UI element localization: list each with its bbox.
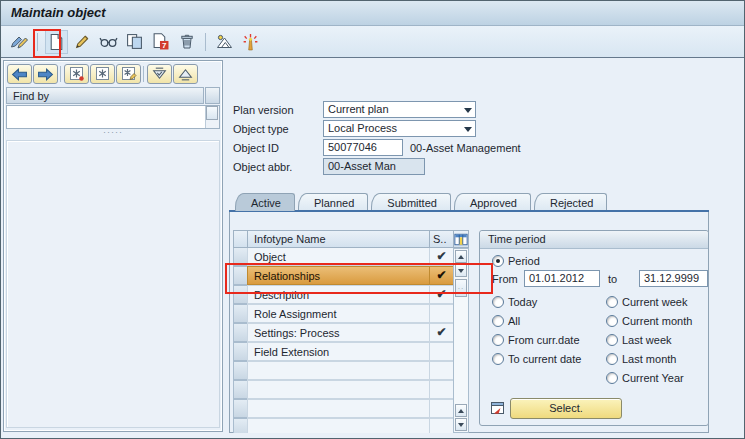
scroll-down-button[interactable] [147, 64, 172, 84]
table-row-settings-process[interactable]: Settings: Process✔ [233, 324, 454, 343]
object-type-dropdown[interactable]: Local Process [323, 120, 476, 137]
infotype-name-cell[interactable] [247, 418, 430, 433]
table-row-field-extension[interactable]: Field Extension [233, 343, 454, 362]
table-settings-button[interactable] [453, 230, 469, 248]
scroll-down-button[interactable] [455, 264, 467, 277]
find-by-header[interactable]: Find by [6, 87, 204, 104]
row-selector[interactable] [233, 248, 248, 266]
row-selector[interactable] [233, 380, 248, 399]
radio-all[interactable]: All [492, 314, 581, 327]
table-row-relationships[interactable]: Relationships✔ [233, 267, 454, 286]
infotype-name-cell[interactable]: Settings: Process [247, 323, 430, 342]
plan-version-dropdown[interactable]: Current plan [323, 101, 476, 118]
change-button[interactable] [71, 30, 94, 54]
row-selector[interactable] [233, 342, 248, 361]
radio-button[interactable] [606, 353, 618, 365]
create-button[interactable] [45, 30, 68, 54]
radio-to-current-date[interactable]: To current date [492, 352, 581, 365]
find-by-scroll-thumb[interactable] [206, 106, 218, 120]
selection-list-area [6, 140, 220, 428]
row-selector[interactable] [233, 304, 248, 323]
other-object-button[interactable] [7, 30, 30, 54]
overview-button[interactable] [213, 30, 236, 54]
infotype-name-cell[interactable]: Object [247, 248, 430, 266]
radio-today[interactable]: Today [492, 295, 581, 308]
object-id-label: Object ID [233, 142, 279, 154]
table-row-empty[interactable] [233, 419, 454, 433]
tab-planned[interactable]: Planned [298, 193, 368, 211]
row-selector[interactable] [233, 266, 248, 285]
tab-active[interactable]: Active [235, 193, 295, 211]
infotype-name-cell[interactable]: Field Extension [247, 342, 430, 361]
radio-last-month[interactable]: Last month [606, 352, 692, 365]
radio-button[interactable] [606, 334, 618, 346]
status-cell [429, 304, 454, 323]
radio-button[interactable] [492, 315, 504, 327]
scroll-up-button[interactable] [173, 64, 198, 84]
table-row-empty[interactable] [233, 381, 454, 400]
delete-button[interactable] [175, 30, 198, 54]
radio-current-week[interactable]: Current week [606, 295, 692, 308]
object-abbr-input[interactable]: 00-Asset Man [323, 158, 425, 175]
scroll-page-up-button[interactable] [455, 404, 467, 417]
table-row-role-assignment[interactable]: Role Assignment [233, 305, 454, 324]
copy-button[interactable] [123, 30, 146, 54]
infotype-name-cell[interactable]: Relationships [247, 266, 430, 285]
row-selector[interactable] [233, 285, 248, 304]
table-row-description[interactable]: Description✔ [233, 286, 454, 305]
create-search-button[interactable] [64, 64, 89, 84]
panel-splitter[interactable]: ····· [4, 130, 222, 138]
tab-approved[interactable]: Approved [454, 193, 531, 211]
delimit-button[interactable]: 7 [149, 30, 172, 54]
table-row-empty[interactable] [233, 400, 454, 419]
select-button[interactable]: Select. [510, 398, 622, 419]
radio-button[interactable] [606, 296, 618, 308]
radio-period[interactable]: Period [492, 254, 540, 267]
radio-button[interactable] [492, 296, 504, 308]
find-by-scrollbar[interactable] [205, 106, 219, 128]
display-button[interactable] [97, 30, 120, 54]
time-period-group: Time period Period From 01.01.2012 to 31… [479, 230, 709, 426]
radio-last-week[interactable]: Last week [606, 333, 692, 346]
change-search-button[interactable] [116, 64, 141, 84]
radio-current-year[interactable]: Current Year [606, 371, 692, 384]
delimit-icon: 7 [152, 33, 169, 50]
infotype-name-cell[interactable] [247, 399, 430, 418]
tab-rejected[interactable]: Rejected [534, 193, 607, 211]
find-by-list[interactable] [6, 105, 220, 129]
forward-button[interactable] [33, 64, 58, 84]
radio-current-month[interactable]: Current month [606, 314, 692, 327]
status-column-header[interactable]: S.. [429, 230, 454, 248]
back-button[interactable] [7, 64, 32, 84]
row-selector[interactable] [233, 361, 248, 380]
radio-button[interactable] [492, 255, 504, 267]
table-row-empty[interactable] [233, 362, 454, 381]
tab-submitted[interactable]: Submitted [371, 193, 451, 211]
chevron-down-icon[interactable] [464, 127, 472, 136]
to-date-input[interactable]: 31.12.9999 [639, 270, 708, 287]
find-button[interactable] [90, 64, 115, 84]
radio-button[interactable] [492, 334, 504, 346]
chevron-down-icon[interactable] [464, 108, 472, 117]
infotype-name-cell[interactable] [247, 380, 430, 399]
radio-button[interactable] [606, 315, 618, 327]
activate-button[interactable] [239, 30, 262, 54]
radio-button[interactable] [492, 353, 504, 365]
delete-icon [179, 33, 195, 50]
infotype-name-column-header[interactable]: Infotype Name [247, 230, 430, 248]
infotype-name-cell[interactable]: Description [247, 285, 430, 304]
row-selector[interactable] [233, 418, 248, 433]
object-id-input[interactable]: 50077046 [323, 139, 403, 156]
row-selector[interactable] [233, 399, 248, 418]
infotype-name-cell[interactable]: Role Assignment [247, 304, 430, 323]
table-scrollbar[interactable]: ·· [453, 248, 469, 433]
radio-button[interactable] [606, 372, 618, 384]
table-row-object[interactable]: Object✔ [233, 248, 454, 267]
scroll-page-down-button[interactable] [455, 418, 467, 431]
infotype-name-cell[interactable] [247, 361, 430, 380]
from-date-input[interactable]: 01.01.2012 [524, 270, 600, 287]
radio-from-curr-date[interactable]: From curr.date [492, 333, 581, 346]
scroll-up-button[interactable] [455, 250, 467, 263]
table-scroll-thumb[interactable]: ·· [455, 279, 467, 297]
row-selector[interactable] [233, 323, 248, 342]
